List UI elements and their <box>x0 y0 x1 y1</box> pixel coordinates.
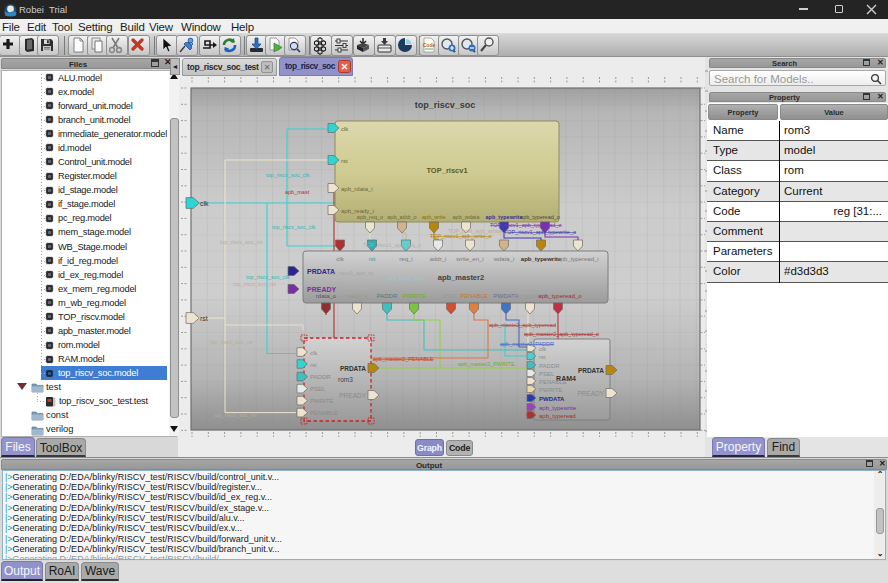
svg-text:apb_addr_o: apb_addr_o <box>387 214 416 220</box>
svg-text:clk: clk <box>310 350 318 356</box>
svg-text:rst: rst <box>310 362 317 368</box>
svg-text:apb_typeread_o: apb_typeread_o <box>538 293 582 299</box>
svg-text:PENABLE: PENABLE <box>539 379 567 385</box>
svg-text:top_riscv_soc: top_riscv_soc <box>415 100 476 110</box>
svg-text:PWRITE: PWRITE <box>402 293 425 299</box>
svg-text:write_en_i: write_en_i <box>455 256 483 262</box>
svg-text:PENABLE: PENABLE <box>310 410 338 416</box>
svg-text:apb_master2_PENABLE: apb_master2_PENABLE <box>373 356 434 362</box>
svg-text:rst: rst <box>369 256 376 262</box>
svg-text:Code: Code <box>423 42 436 48</box>
svg-text:top_riscv_soc_rst: top_riscv_soc_rst <box>233 281 276 287</box>
svg-text:apb_master2_apb_typeread_o: apb_master2_apb_typeread_o <box>524 331 599 337</box>
svg-text:top_riscv1_apb_rd: top_riscv1_apb_rd <box>328 270 373 276</box>
svg-text:TOP_ncvt_apb_wdata_o: TOP_ncvt_apb_wdata_o <box>448 228 508 234</box>
svg-text:apb_wdata: apb_wdata <box>453 214 481 220</box>
svg-text:apb_typewrite: apb_typewrite <box>521 256 562 262</box>
svg-text:top_riscv_soc_rst: top_riscv_soc_rst <box>210 339 253 345</box>
svg-text:wdata_i: wdata_i <box>493 256 515 262</box>
svg-text:top_riscv_soc_rst: top_riscv_soc_rst <box>220 239 263 245</box>
svg-text:PREADY: PREADY <box>339 392 366 399</box>
svg-text:ready_o: ready_o <box>346 293 368 299</box>
svg-text:PENABLE: PENABLE <box>460 293 488 299</box>
svg-text:rst: rst <box>200 315 208 322</box>
svg-text:clk: clk <box>341 126 349 132</box>
svg-text:PADDR: PADDR <box>310 374 331 380</box>
svg-text:apb_write: apb_write <box>422 214 446 220</box>
svg-text:TOP_riscv1_apb_typewrite_o: TOP_riscv1_apb_typewrite_o <box>504 229 576 235</box>
svg-text:PREADY: PREADY <box>307 286 337 293</box>
svg-text:apb_mast: apb_mast <box>285 189 310 195</box>
svg-text:rst: rst <box>539 354 546 360</box>
svg-text:rdata_o: rdata_o <box>316 293 337 299</box>
svg-text:PREADY: PREADY <box>577 390 604 397</box>
svg-text:PWRITE: PWRITE <box>539 387 562 393</box>
svg-text:PSEL: PSEL <box>539 371 555 377</box>
svg-text:apb_master2_PADDR: apb_master2_PADDR <box>500 341 554 347</box>
svg-text:apb_typeread_o: apb_typeread_o <box>520 214 560 220</box>
svg-text:rom3: rom3 <box>338 376 353 383</box>
svg-text:top_riscv_soc_clk: top_riscv_soc_clk <box>246 274 290 280</box>
svg-text:apb_master2_PWRITE: apb_master2_PWRITE <box>458 361 515 367</box>
svg-text:top_riscv_soc_clk: top_riscv_soc_clk <box>266 172 310 178</box>
svg-text:PWDATA: PWDATA <box>539 396 565 402</box>
svg-text:PADDR: PADDR <box>377 293 398 299</box>
svg-text:top_riscv_soc: top_riscv_soc <box>388 275 425 281</box>
svg-text:apb_master2: apb_master2 <box>438 273 484 282</box>
svg-text:PSEL: PSEL <box>443 293 459 299</box>
svg-text:clk: clk <box>200 200 209 207</box>
svg-text:rst: rst <box>341 158 348 164</box>
svg-text:apb_maste2_apb_typeread: apb_maste2_apb_typeread <box>489 322 556 328</box>
svg-text:PADDR: PADDR <box>539 363 560 369</box>
svg-text:apb_rdata_i: apb_rdata_i <box>341 186 373 192</box>
svg-text:clk: clk <box>336 256 344 262</box>
svg-text:apb_req_o: apb_req_o <box>357 214 383 220</box>
svg-text:top_riscv_soc_rst: top_riscv_soc_rst <box>214 412 257 418</box>
svg-text:TOP_riscv1: TOP_riscv1 <box>426 166 467 175</box>
svg-text:apb_typeread_i: apb_typeread_i <box>557 256 598 262</box>
svg-text:TOP_riscv1_apb_req_o: TOP_riscv1_apb_req_o <box>363 242 421 248</box>
svg-text:PWRITE: PWRITE <box>310 398 333 404</box>
svg-text:addr_i: addr_i <box>430 256 447 262</box>
svg-text:apb_typewrite: apb_typewrite <box>539 405 577 411</box>
svg-text:PSEL: PSEL <box>310 386 326 392</box>
svg-text:PRDATA: PRDATA <box>340 365 366 372</box>
svg-text:apb_typeread: apb_typeread <box>539 413 576 419</box>
svg-text:req_i: req_i <box>399 256 412 262</box>
svg-text:PRDATA: PRDATA <box>578 367 604 374</box>
svg-text:apb_typewrite: apb_typewrite <box>486 214 523 220</box>
svg-text:top_riscv_soc_clk: top_riscv_soc_clk <box>272 224 316 230</box>
svg-text:apb_ready_i: apb_ready_i <box>341 208 374 214</box>
